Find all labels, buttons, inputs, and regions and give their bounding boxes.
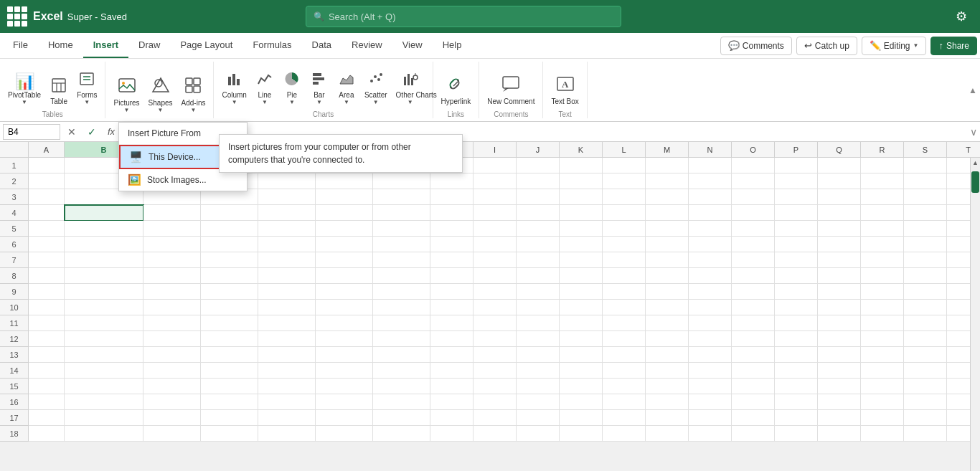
cell-F15[interactable] (316, 379, 373, 394)
cell-P2[interactable] (775, 173, 818, 189)
cell-T18[interactable] (947, 426, 970, 442)
cell-K3[interactable] (560, 189, 603, 205)
column-chart-button[interactable]: Column ▼ (218, 69, 250, 108)
row-number-5[interactable]: 5 (0, 221, 29, 237)
cell-P3[interactable] (775, 189, 818, 205)
cell-B8[interactable] (65, 268, 143, 284)
cell-R10[interactable] (861, 300, 904, 315)
cell-I11[interactable] (473, 315, 517, 331)
cell-G5[interactable] (373, 221, 430, 237)
cell-O16[interactable] (732, 394, 775, 410)
cell-O9[interactable] (732, 284, 775, 300)
cell-E11[interactable] (258, 315, 316, 331)
cell-K18[interactable] (560, 426, 603, 442)
cell-E15[interactable] (258, 379, 316, 394)
cell-L7[interactable] (603, 252, 646, 268)
cell-N6[interactable] (689, 237, 732, 252)
cell-C11[interactable] (143, 315, 201, 331)
cell-M14[interactable] (646, 363, 689, 379)
col-header-p[interactable]: P (775, 142, 818, 157)
cell-S5[interactable] (904, 221, 947, 237)
comments-button[interactable]: 💬 Comments (720, 37, 792, 55)
cell-P1[interactable] (775, 158, 818, 173)
pie-chart-button[interactable]: Pie ▼ (279, 69, 305, 108)
cell-T11[interactable] (947, 315, 970, 331)
cell-A10[interactable] (29, 300, 65, 315)
pictures-button[interactable]: Pictures ▼ (110, 74, 143, 115)
scroll-up-button[interactable]: ▲ (971, 158, 980, 168)
cell-D10[interactable] (201, 300, 258, 315)
col-header-k[interactable]: K (560, 142, 603, 157)
cell-G14[interactable] (373, 363, 430, 379)
tab-review[interactable]: Review (341, 33, 392, 58)
cell-P8[interactable] (775, 268, 818, 284)
cell-H3[interactable] (430, 189, 473, 205)
cell-N1[interactable] (689, 158, 732, 173)
cell-B4[interactable] (65, 205, 143, 221)
cell-L13[interactable] (603, 347, 646, 363)
cell-K6[interactable] (560, 237, 603, 252)
cell-D15[interactable] (201, 379, 258, 394)
cell-S3[interactable] (904, 189, 947, 205)
cell-P10[interactable] (775, 300, 818, 315)
other-charts-button[interactable]: Other Charts ▼ (392, 69, 428, 108)
cell-C6[interactable] (143, 237, 201, 252)
col-header-t[interactable]: T (947, 142, 980, 157)
cell-H14[interactable] (430, 363, 473, 379)
cell-H4[interactable] (430, 205, 473, 221)
cell-Q12[interactable] (818, 331, 861, 347)
cell-C16[interactable] (143, 394, 201, 410)
cell-A18[interactable] (29, 426, 65, 442)
cell-G17[interactable] (373, 410, 430, 426)
cell-A7[interactable] (29, 252, 65, 268)
cell-L3[interactable] (603, 189, 646, 205)
row-number-6[interactable]: 6 (0, 237, 29, 252)
cell-M11[interactable] (646, 315, 689, 331)
cell-N9[interactable] (689, 284, 732, 300)
cell-O10[interactable] (732, 300, 775, 315)
cell-Q3[interactable] (818, 189, 861, 205)
cell-Q18[interactable] (818, 426, 861, 442)
cell-C18[interactable] (143, 426, 201, 442)
cell-P6[interactable] (775, 237, 818, 252)
cell-F14[interactable] (316, 363, 373, 379)
cell-K16[interactable] (560, 394, 603, 410)
cell-P9[interactable] (775, 284, 818, 300)
cell-M4[interactable] (646, 205, 689, 221)
scroll-thumb[interactable] (971, 171, 979, 193)
cell-A9[interactable] (29, 284, 65, 300)
row-number-16[interactable]: 16 (0, 394, 29, 410)
cell-B3[interactable] (65, 189, 143, 205)
cell-Q17[interactable] (818, 410, 861, 426)
cell-R18[interactable] (861, 426, 904, 442)
cell-M17[interactable] (646, 410, 689, 426)
cell-K2[interactable] (560, 173, 603, 189)
row-number-18[interactable]: 18 (0, 426, 29, 442)
cell-E7[interactable] (258, 252, 316, 268)
cell-I13[interactable] (473, 347, 517, 363)
cell-J8[interactable] (517, 268, 560, 284)
cell-J10[interactable] (517, 300, 560, 315)
forms-button[interactable]: Forms ▼ (73, 69, 100, 108)
cell-J5[interactable] (517, 221, 560, 237)
cell-Q7[interactable] (818, 252, 861, 268)
cell-T12[interactable] (947, 331, 970, 347)
cell-S9[interactable] (904, 284, 947, 300)
cell-I17[interactable] (473, 410, 517, 426)
cell-N17[interactable] (689, 410, 732, 426)
cell-O3[interactable] (732, 189, 775, 205)
cell-E6[interactable] (258, 237, 316, 252)
cell-I15[interactable] (473, 379, 517, 394)
cell-G12[interactable] (373, 331, 430, 347)
cell-E4[interactable] (258, 205, 316, 221)
cell-O17[interactable] (732, 410, 775, 426)
cell-G8[interactable] (373, 268, 430, 284)
cell-G18[interactable] (373, 426, 430, 442)
cell-B9[interactable] (65, 284, 143, 300)
row-number-4[interactable]: 4 (0, 205, 29, 221)
cell-A11[interactable] (29, 315, 65, 331)
tab-data[interactable]: Data (302, 33, 341, 58)
cell-N11[interactable] (689, 315, 732, 331)
cell-B14[interactable] (65, 363, 143, 379)
vertical-scrollbar[interactable]: ▲ ▼ (970, 158, 980, 471)
